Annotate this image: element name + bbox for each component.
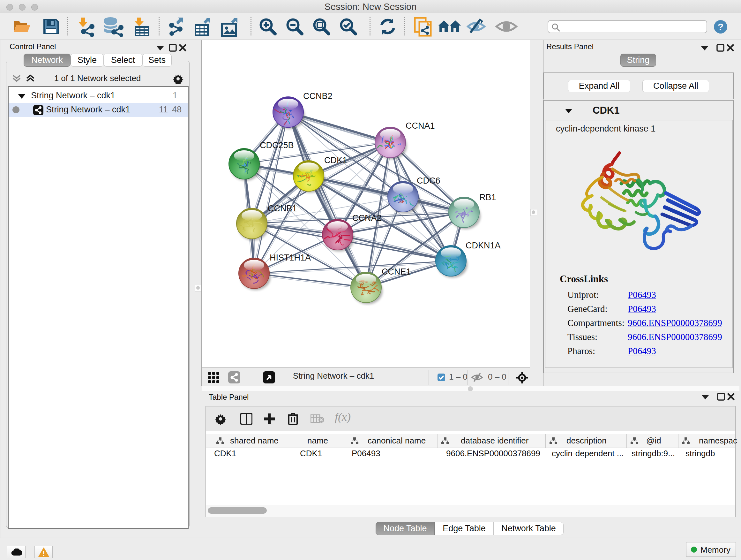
svg-text:CCNE1: CCNE1 [382,267,411,276]
svg-text:CCNB2: CCNB2 [303,91,333,101]
svg-text:CDC25B: CDC25B [260,140,294,150]
svg-text:CCNB1: CCNB1 [268,204,297,213]
svg-text:RB1: RB1 [479,192,496,202]
svg-text:?: ? [718,21,724,32]
svg-text:CCNA1: CCNA1 [406,121,435,131]
svg-text:CDK1: CDK1 [324,155,347,165]
svg-text:HIST1H1A: HIST1H1A [270,253,311,262]
svg-text:CCNA2: CCNA2 [352,213,382,223]
svg-text:CDC6: CDC6 [417,176,441,186]
svg-text:CDKN1A: CDKN1A [466,241,501,250]
